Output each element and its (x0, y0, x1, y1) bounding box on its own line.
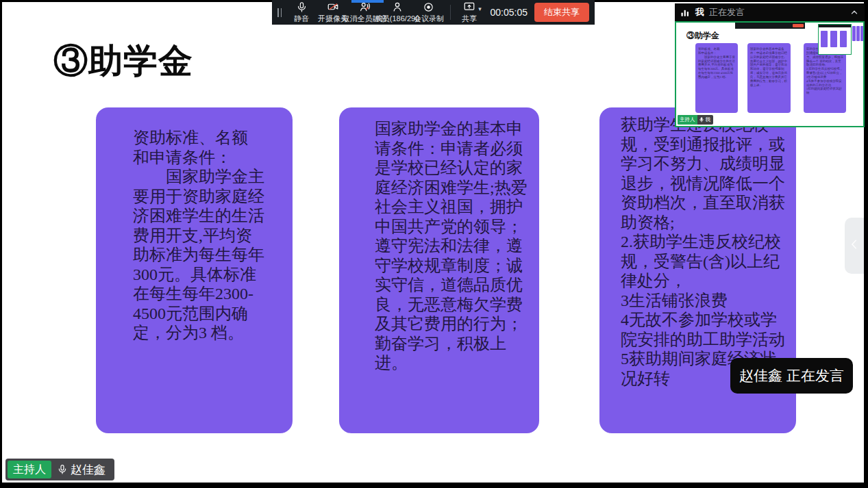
toolbar-divider (450, 5, 451, 20)
mini-slide-card-2: 国家助学金的基本申请条件：申请者必须是学校已经认定的家庭经济困难学生;热爱社会主… (747, 43, 791, 113)
mini-slide-title: ③助学金 (686, 30, 719, 42)
mini-end-share-button (793, 24, 804, 27)
microphone-icon (296, 1, 308, 13)
unmute-all-icon (359, 1, 371, 13)
meeting-toolbar: 静音 开摄像头 取消全员静音 成员(186/290 会议录制 共享 (272, 0, 595, 25)
chevron-up-icon[interactable] (850, 8, 859, 17)
preview-panel-header: 我 正在发言 (675, 3, 865, 21)
mute-label: 静音 (294, 14, 309, 24)
mini-speaker-pill: 主持人 我 (678, 115, 713, 125)
members-button[interactable]: 成员(186/290 (385, 1, 409, 24)
mini-thumbnail (860, 26, 864, 41)
share-label: 共享 (462, 14, 477, 24)
mini-thumbnail (852, 26, 856, 41)
preview-panel-content[interactable]: ③助学金 资助标准、名额 和申请条件： 国家助学金主要用于资助家庭经济困难学生的… (675, 21, 865, 127)
end-share-button[interactable]: 结束共享 (534, 3, 589, 22)
speaker-pill: 主持人 赵佳鑫 (5, 459, 114, 480)
speaker-name: 赵佳鑫 (71, 462, 106, 478)
host-badge: 主持人 (8, 461, 51, 478)
preview-speaker-name: 我 (695, 6, 704, 18)
mini-slide-card-1: 资助标准、名额 和申请条件： 国家助学金主要用于资助家庭经济困难学生的生活费用开… (695, 43, 738, 113)
record-icon (423, 1, 434, 13)
slide-card-2: 国家助学金的基本申请条件：申请者必须是学校已经认定的家庭经济困难学生;热爱社会主… (339, 107, 539, 433)
mini-preview-panel (818, 24, 852, 55)
camera-button[interactable]: 开摄像头 (321, 1, 345, 24)
volume-bars-icon (680, 8, 691, 18)
members-icon (391, 1, 404, 13)
record-label: 会议录制 (414, 14, 444, 24)
chevron-down-icon[interactable]: ▾ (478, 5, 482, 12)
microphone-icon (57, 464, 68, 475)
record-button[interactable]: 会议录制 (417, 1, 441, 24)
mini-thumbnail (856, 26, 860, 41)
mute-button[interactable]: 静音 (290, 1, 313, 24)
unmute-all-button[interactable]: 取消全员静音 (353, 1, 377, 24)
meeting-timer: 00:05:05 (491, 7, 528, 18)
chevron-left-icon (848, 235, 860, 256)
share-button[interactable]: 共享 ▾ (460, 1, 484, 24)
preview-speaker-status: 正在发言 (709, 6, 745, 18)
toolbar-notch (351, 0, 384, 3)
share-screen-icon (463, 1, 475, 13)
speaking-toast: 赵佳鑫 正在发言 (730, 358, 853, 394)
mini-host-badge: 主持人 (678, 115, 697, 125)
panel-collapse-tab[interactable] (845, 218, 864, 274)
mini-toolbar (735, 23, 805, 29)
camera-off-icon (327, 1, 339, 13)
mini-self-name: 我 (706, 116, 711, 123)
slide-card-1: 资助标准、名额 和申请条件： 国家助学金主要用于资助家庭经济困难学生的生活费用开… (96, 107, 293, 433)
microphone-icon (699, 117, 704, 123)
members-label: 成员(186/290 (375, 14, 419, 24)
toolbar-drag-handle[interactable] (277, 8, 282, 17)
slide-title: ③助学金 (53, 38, 193, 84)
